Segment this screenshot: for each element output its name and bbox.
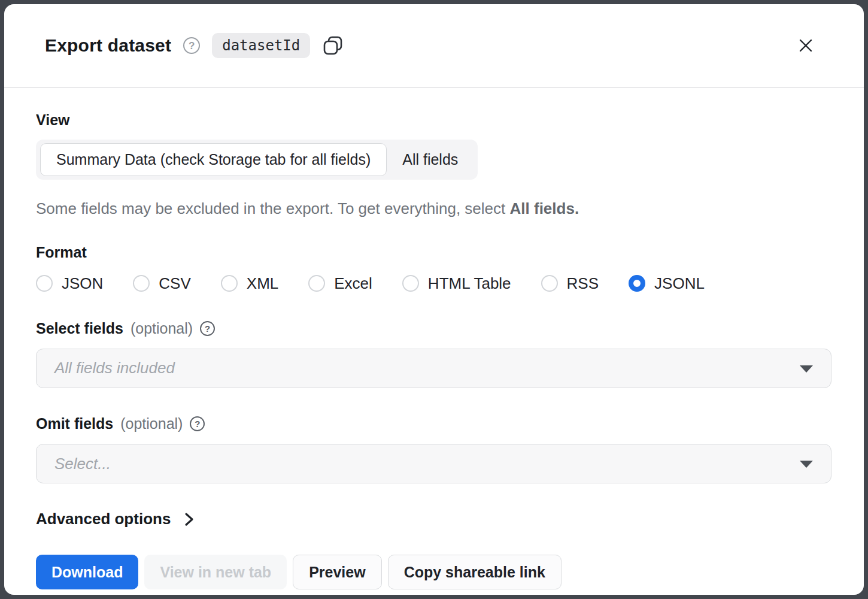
chevron-right-icon [183,512,196,527]
omit-fields-help-icon[interactable]: ? [190,416,205,431]
copy-icon [322,35,344,56]
title-help-icon[interactable]: ? [183,37,200,54]
radio-icon [402,275,419,292]
copy-dataset-id-button[interactable] [322,35,344,56]
select-fields-label: Select fields [36,319,123,338]
caret-down-icon [800,461,813,468]
radio-icon [221,275,238,292]
omit-fields-label: Omit fields [36,415,113,433]
radio-icon [308,275,325,292]
close-icon [797,37,815,55]
advanced-options-toggle[interactable]: Advanced options [36,510,196,528]
format-option-html-table[interactable]: HTML Table [402,274,511,293]
view-helper-text: Some fields may be excluded in the expor… [36,199,831,218]
select-fields-label-row: Select fields (optional) ? [36,319,831,338]
format-label: Format [36,243,831,262]
modal-header: Export dataset ? datasetId [4,4,864,88]
radio-icon [133,275,150,292]
view-option-summary-data[interactable]: Summary Data (check Storage tab for all … [40,143,387,176]
radio-icon [36,275,53,292]
export-dataset-modal: Export dataset ? datasetId View Summary … [4,4,864,595]
format-option-rss[interactable]: RSS [541,274,599,293]
radio-selected-icon [629,275,645,292]
footer-actions: Download View in new tab Preview Copy sh… [36,555,831,589]
modal-body: View Summary Data (check Storage tab for… [4,111,864,589]
preview-button[interactable]: Preview [293,555,382,589]
modal-title: Export dataset [45,35,171,56]
caret-down-icon [800,365,813,373]
helper-text-emphasis: All fields. [510,199,579,217]
format-option-csv[interactable]: CSV [133,274,190,293]
helper-text-main: Some fields may be excluded in the expor… [36,199,505,217]
format-option-excel[interactable]: Excel [308,274,372,293]
omit-fields-label-row: Omit fields (optional) ? [36,415,831,433]
close-button[interactable] [797,37,815,55]
view-option-all-fields[interactable]: All fields [387,143,474,176]
select-fields-optional: (optional) [130,319,193,338]
view-segmented-control: Summary Data (check Storage tab for all … [36,140,478,180]
omit-fields-optional: (optional) [120,415,183,433]
dataset-id-badge: datasetId [212,33,310,58]
radio-icon [541,275,558,292]
advanced-options-label: Advanced options [36,510,171,528]
format-option-xml[interactable]: XML [221,274,278,293]
omit-fields-dropdown[interactable]: Select... [36,444,831,483]
view-in-new-tab-button[interactable]: View in new tab [144,555,287,589]
format-option-jsonl[interactable]: JSONL [629,274,705,293]
select-fields-dropdown[interactable]: All fields included [36,349,831,388]
copy-shareable-link-button[interactable]: Copy shareable link [388,555,562,589]
format-option-json[interactable]: JSON [36,274,103,293]
select-fields-help-icon[interactable]: ? [200,321,215,336]
format-radio-group: JSON CSV XML Excel HTML Table RSS [36,274,831,293]
download-button[interactable]: Download [36,555,138,589]
omit-fields-placeholder: Select... [54,455,111,473]
select-fields-placeholder: All fields included [54,359,175,377]
view-label: View [36,111,831,129]
